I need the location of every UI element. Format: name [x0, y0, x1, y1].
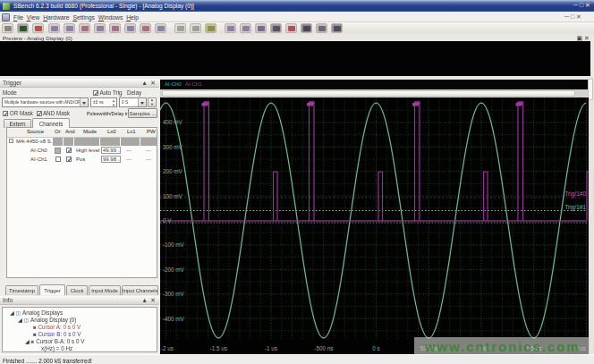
- svg-text:100 mV: 100 mV: [163, 193, 183, 199]
- svg-text:-500 ns: -500 ns: [314, 345, 333, 351]
- svg-text:-400 mV: -400 mV: [163, 316, 185, 322]
- svg-text:-300 mV: -300 mV: [163, 291, 185, 297]
- svg-text:Trig/1#1: Trig/1#1: [564, 204, 586, 211]
- svg-text:Trig/1#0: Trig/1#0: [564, 190, 586, 198]
- svg-text:0 V: 0 V: [163, 217, 172, 224]
- svg-text:-1.5 us: -1.5 us: [210, 345, 227, 351]
- svg-text:400 mV: 400 mV: [163, 119, 183, 125]
- svg-text:-2 us: -2 us: [161, 345, 174, 351]
- svg-text:300 mV: 300 mV: [163, 144, 183, 150]
- svg-text:200 mV: 200 mV: [163, 168, 183, 174]
- svg-text:0 s: 0 s: [372, 345, 379, 351]
- svg-text:-100 mV: -100 mV: [163, 241, 185, 248]
- svg-text:-1 us: -1 us: [265, 345, 277, 351]
- svg-text:-200 mV: -200 mV: [163, 267, 185, 273]
